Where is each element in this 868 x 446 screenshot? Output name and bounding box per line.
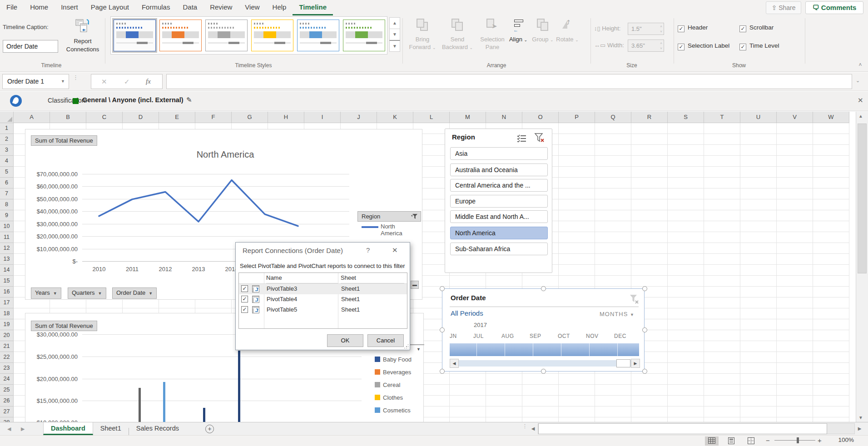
row-header-14[interactable]: 14 xyxy=(0,265,14,276)
row-header-9[interactable]: 9 xyxy=(0,210,14,221)
row-header-20[interactable]: 20 xyxy=(0,330,14,341)
row-header-19[interactable]: 19 xyxy=(0,319,14,330)
row-header-27[interactable]: 27 xyxy=(0,406,14,417)
column-header-Q[interactable]: Q xyxy=(595,112,631,123)
column-header-V[interactable]: V xyxy=(777,112,813,123)
row-header-16[interactable]: 16 xyxy=(0,287,14,297)
row-header-22[interactable]: 22 xyxy=(0,352,14,363)
row-header-2[interactable]: 2 xyxy=(0,134,14,145)
edit-classification-icon[interactable]: ✎ xyxy=(186,96,192,104)
slicer-item[interactable]: Middle East and North A... xyxy=(450,210,548,223)
row-header-5[interactable]: 5 xyxy=(0,167,14,178)
select-all-corner[interactable] xyxy=(0,112,14,123)
gallery-down-button[interactable]: ▼ xyxy=(389,29,400,40)
sheet-nav-left-icon[interactable]: ◀ xyxy=(7,426,11,432)
resize-handle[interactable] xyxy=(642,286,647,291)
sheet-tab-sales-records[interactable]: Sales Records xyxy=(129,422,186,435)
field-buttons-collapse[interactable]: ▬ xyxy=(411,281,419,289)
insert-function-icon[interactable]: fx xyxy=(146,74,151,89)
row-header-26[interactable]: 26 xyxy=(0,396,14,406)
resize-handle[interactable] xyxy=(642,327,647,332)
show-time-level-checkbox[interactable]: ✓Time Level xyxy=(739,42,779,50)
column-header-M[interactable]: M xyxy=(450,112,486,123)
height-input[interactable]: 1.5"˄˅ xyxy=(628,23,664,35)
classification-close-icon[interactable]: ✕ xyxy=(858,96,863,104)
timeline-selection-bar[interactable] xyxy=(450,343,639,356)
timeline-style-orange[interactable] xyxy=(159,20,202,51)
resize-handle[interactable] xyxy=(440,369,445,374)
show-header-checkbox[interactable]: ✓Header xyxy=(678,24,708,32)
scrollbar-track[interactable] xyxy=(459,360,631,367)
column-header-S[interactable]: S xyxy=(668,112,704,123)
height-spinner[interactable]: ˄˅ xyxy=(660,24,662,34)
bring-forward-button[interactable]: Bring Forward ⌄ xyxy=(405,17,440,60)
column-header-F[interactable]: F xyxy=(195,112,232,123)
timeline-style-yellow[interactable] xyxy=(251,20,293,51)
slicer-item[interactable]: Sub-Saharan Africa xyxy=(450,243,548,255)
column-header-D[interactable]: D xyxy=(123,112,159,123)
row-header-17[interactable]: 17 xyxy=(0,297,14,308)
show-selection-label-checkbox[interactable]: ✓Selection Label xyxy=(678,42,729,50)
scrollbar-thumb[interactable] xyxy=(538,423,827,434)
resize-handle[interactable] xyxy=(440,327,445,332)
name-box-dropdown-icon[interactable]: ▼ xyxy=(61,74,65,89)
ribbon-tab-page-layout[interactable]: Page Layout xyxy=(84,0,135,14)
timeline-styles-gallery[interactable] xyxy=(110,16,387,55)
sheet-nav-right-icon[interactable]: ▶ xyxy=(21,426,25,432)
send-backward-button[interactable]: Send Backward ⌄ xyxy=(440,17,475,60)
dialog-close-icon[interactable]: ✕ xyxy=(392,246,398,254)
dialog-help-icon[interactable]: ? xyxy=(366,246,370,254)
formula-bar-expand-icon[interactable]: ⌄ xyxy=(856,78,860,84)
gallery-more-button[interactable]: ▼ xyxy=(389,40,400,52)
ribbon-tab-formulas[interactable]: Formulas xyxy=(135,0,177,14)
row-header-6[interactable]: 6 xyxy=(0,178,14,188)
years-filter-button[interactable]: Years▼ xyxy=(31,287,61,299)
row-header-10[interactable]: 10 xyxy=(0,221,14,232)
show-scrollbar-checkbox[interactable]: ✓Scrollbar xyxy=(739,24,774,32)
zoom-percentage[interactable]: 100% xyxy=(831,436,854,443)
report-connections-dialog[interactable]: Report Connections (Order Date) ? ✕ Sele… xyxy=(235,242,410,350)
value-field-button[interactable]: Sum of Total Revenue xyxy=(31,321,97,331)
checkbox-icon[interactable]: ✓ xyxy=(241,296,248,302)
timeline-style-gray[interactable] xyxy=(205,20,248,51)
row-header-28[interactable]: 28 xyxy=(0,417,14,422)
timeline-level-dropdown[interactable]: MONTHS ▼ xyxy=(600,311,635,317)
row-header-18[interactable]: 18 xyxy=(0,308,14,319)
ribbon-tab-file[interactable]: File xyxy=(0,0,24,14)
resize-handle[interactable] xyxy=(541,286,546,291)
row-header-15[interactable]: 15 xyxy=(0,276,14,287)
timeline-clear-filter-icon[interactable] xyxy=(629,294,640,305)
scrollbar-splitter[interactable]: ⋮ xyxy=(522,425,527,427)
gallery-up-button[interactable]: ▲ xyxy=(389,17,400,29)
zoom-slider-thumb[interactable] xyxy=(797,437,799,443)
group-button[interactable]: Group ⌄ xyxy=(530,17,556,60)
enter-icon[interactable]: ✓ xyxy=(124,74,130,89)
value-field-button[interactable]: Sum of Total Revenue xyxy=(31,135,97,146)
ribbon-tab-view[interactable]: View xyxy=(238,0,266,14)
ribbon-tab-help[interactable]: Help xyxy=(266,0,293,14)
horizontal-scrollbar[interactable]: ◀ ▶ xyxy=(528,423,864,434)
cancel-icon[interactable]: ✕ xyxy=(101,74,107,89)
report-connections-button[interactable]: Report Connections xyxy=(64,17,102,60)
row-header-3[interactable]: 3 xyxy=(0,145,14,156)
new-sheet-button[interactable]: + xyxy=(205,425,214,433)
vertical-scrollbar[interactable]: ▲ ▼ xyxy=(856,112,868,422)
scroll-up-icon[interactable]: ▲ xyxy=(858,114,863,119)
resize-handle[interactable] xyxy=(642,369,647,374)
column-header-P[interactable]: P xyxy=(559,112,595,123)
column-header-E[interactable]: E xyxy=(159,112,195,123)
row-header-4[interactable]: 4 xyxy=(0,156,14,167)
row-header-23[interactable]: 23 xyxy=(0,363,14,374)
order-date-timeline[interactable]: Order Date All Periods MONTHS ▼ 2017 JN … xyxy=(442,288,645,372)
slicer-item[interactable]: Europe xyxy=(450,195,548,208)
column-header-U[interactable]: U xyxy=(740,112,777,123)
timeline-style-green[interactable] xyxy=(343,20,385,51)
scroll-right-icon[interactable]: ▶ xyxy=(631,359,640,368)
ribbon-tab-review[interactable]: Review xyxy=(203,0,238,14)
name-box[interactable]: Order Date 1▼ xyxy=(2,74,69,89)
width-input[interactable]: 3.65"˄˅ xyxy=(628,40,664,52)
slicer-item[interactable]: Australia and Oceania xyxy=(450,164,548,176)
column-header-A[interactable]: A xyxy=(14,112,50,123)
row-header-21[interactable]: 21 xyxy=(0,341,14,352)
timeline-style-blue[interactable] xyxy=(114,20,156,51)
